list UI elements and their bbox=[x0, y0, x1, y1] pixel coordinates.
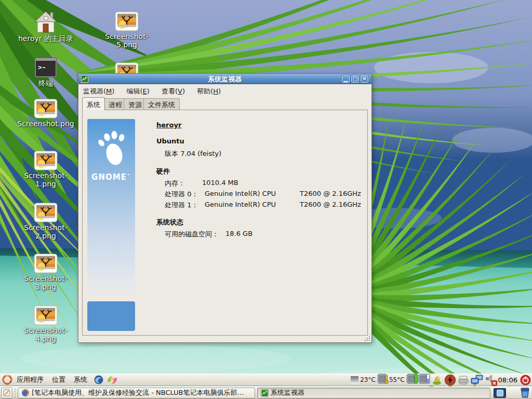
panel-handle[interactable] bbox=[14, 388, 17, 398]
icon-label: Screenshot.png bbox=[17, 119, 74, 128]
image-file-icon bbox=[34, 254, 58, 273]
cpu0-label: 处理器 0： bbox=[165, 190, 198, 199]
statusbar bbox=[78, 335, 371, 342]
hardware-heading: 硬件 bbox=[156, 167, 170, 176]
cpu-usage-icon[interactable] bbox=[406, 374, 417, 386]
web-browser-launcher-icon[interactable] bbox=[94, 375, 104, 385]
image-file-icon bbox=[115, 11, 139, 31]
cpu1-model: T2600 @ 2.16GHz bbox=[300, 201, 361, 208]
desktop-icon-home[interactable]: heroyr 的主目录 bbox=[15, 10, 77, 43]
sidebar-footer-block bbox=[87, 301, 135, 331]
system-tray: 23°C 55°C bbox=[351, 374, 532, 386]
disk-value: 18.6 GB bbox=[225, 230, 252, 237]
tab-filesystems[interactable]: 文件系统 bbox=[143, 98, 180, 110]
frequency-applet-icon[interactable] bbox=[351, 376, 358, 384]
menu-system[interactable]: 系统 bbox=[70, 374, 91, 385]
task-button-firefox[interactable]: [笔记本电脑使用、维护及保修经验交流 - NBCLUB笔记本电脑俱乐部… bbox=[18, 388, 255, 398]
network-icon[interactable] bbox=[471, 374, 484, 385]
menu-monitor[interactable]: 监视器(M) bbox=[78, 85, 119, 98]
icon-label: heroyr 的主目录 bbox=[18, 34, 73, 43]
volume-muted-icon[interactable] bbox=[485, 374, 496, 386]
memory-value: 1010.4 MB bbox=[202, 179, 238, 187]
task-label: 系统监视器 bbox=[271, 388, 304, 397]
tabstrip: 系统 进程 资源 文件系统 bbox=[82, 97, 368, 110]
menubar: 监视器(M) 编辑(E) 查看(V) 帮助(H) bbox=[78, 85, 371, 98]
menu-applications[interactable]: 应用程序 bbox=[12, 374, 48, 385]
release-version: 版本 7.04 (feisty) bbox=[165, 149, 221, 158]
trash-icon[interactable] bbox=[520, 388, 530, 398]
system-monitor-window: 系统监视器 ▁ ▢ ✕ 监视器(M) 编辑(E) 查看(V) 帮助(H) 系统 … bbox=[78, 73, 372, 343]
window-title: 系统监视器 bbox=[78, 75, 371, 84]
taskbar-panel: [笔记本电脑使用、维护及保修经验交流 - NBCLUB笔记本电脑俱乐部… 系统监… bbox=[0, 387, 532, 399]
ubuntu-logo-icon[interactable] bbox=[2, 375, 12, 385]
cpu0-value: Genuine Intel(R) CPU bbox=[205, 190, 276, 197]
icon-label: Screenshot-5.png bbox=[96, 32, 158, 49]
icon-label: Screenshot-3.png bbox=[15, 274, 77, 291]
memory-usage-icon[interactable] bbox=[418, 374, 429, 386]
desktop-icon-screenshot-1[interactable]: Screenshot-1.png bbox=[15, 151, 77, 189]
resize-grip[interactable] bbox=[364, 336, 370, 341]
menu-edit[interactable]: 编辑(E) bbox=[122, 85, 154, 98]
svg-text:>-: >- bbox=[38, 63, 46, 71]
gnome-sidebar: GNOME™ bbox=[87, 119, 135, 296]
menu-places[interactable]: 位置 bbox=[48, 374, 70, 385]
image-file-icon bbox=[34, 203, 58, 222]
menu-help[interactable]: 帮助(H) bbox=[192, 85, 225, 98]
minimize-button[interactable]: ▁ bbox=[342, 75, 350, 83]
cpu1-value: Genuine Intel(R) CPU bbox=[205, 201, 276, 208]
power-manager-icon[interactable] bbox=[444, 374, 456, 386]
gnome-wordmark: GNOME™ bbox=[87, 172, 135, 182]
show-desktop-button[interactable] bbox=[1, 388, 12, 398]
show-desktop-icon bbox=[3, 389, 10, 396]
system-tab-page: GNOME™ heroyr Ubuntu 版本 7.04 (feisty) 硬件… bbox=[82, 110, 368, 336]
desktop: heroyr 的主目录 Screenshot-5.png >- 终端 Scree… bbox=[0, 0, 532, 399]
desktop-icon-screenshot-2[interactable]: Screenshot-2.png bbox=[15, 203, 77, 241]
desktop-icon-screenshot[interactable]: Screenshot.png bbox=[15, 99, 77, 128]
gnome-foot-icon bbox=[87, 123, 135, 175]
desktop-icon-screenshot-3[interactable]: Screenshot-3.png bbox=[15, 254, 77, 291]
printer-icon[interactable] bbox=[458, 375, 469, 385]
quit-button-icon[interactable] bbox=[520, 375, 531, 385]
task-button-system-monitor[interactable]: 系统监视器 bbox=[257, 388, 490, 398]
firefox-icon bbox=[21, 389, 30, 397]
cpu0-model: T2600 @ 2.16GHz bbox=[300, 190, 361, 197]
home-icon bbox=[34, 10, 58, 33]
clock[interactable]: 08:06 bbox=[497, 376, 518, 384]
workspace-switcher[interactable] bbox=[494, 388, 506, 398]
distro-name: Ubuntu bbox=[156, 137, 184, 145]
cpu-temp[interactable]: 55°C bbox=[389, 376, 405, 383]
board-temp[interactable]: 23°C bbox=[360, 376, 376, 383]
hostname: heroyr bbox=[156, 121, 181, 129]
launcher-icon[interactable] bbox=[107, 375, 118, 385]
terminal-icon: >- bbox=[34, 57, 57, 78]
task-label: [笔记本电脑使用、维护及保修经验交流 - NBCLUB笔记本电脑俱乐部… bbox=[32, 388, 244, 397]
icon-label: 终端 bbox=[38, 79, 53, 87]
desktop-icon-screenshot-4[interactable]: Screenshot-4.png bbox=[15, 305, 77, 343]
image-file-icon bbox=[34, 305, 58, 325]
icon-label: Screenshot-1.png bbox=[15, 171, 77, 188]
icon-label: Screenshot-4.png bbox=[15, 326, 77, 343]
titlebar[interactable]: 系统监视器 ▁ ▢ ✕ bbox=[78, 74, 371, 84]
gnome-panel: 应用程序 位置 系统 23°C bbox=[0, 374, 532, 386]
system-status-heading: 系统状态 bbox=[156, 218, 183, 227]
disk-label: 可用的磁盘空间： bbox=[165, 230, 219, 239]
memory-label: 内存： bbox=[165, 179, 185, 188]
desktop-icon-terminal[interactable]: >- 终端 bbox=[15, 57, 77, 88]
notification-icon[interactable] bbox=[432, 375, 443, 385]
active-workspace[interactable] bbox=[497, 390, 503, 396]
cpu1-label: 处理器 1： bbox=[165, 201, 198, 210]
maximize-button[interactable]: ▢ bbox=[351, 75, 359, 83]
desktop-icon-screenshot-5[interactable]: Screenshot-5.png bbox=[96, 11, 158, 49]
image-file-icon bbox=[34, 151, 58, 170]
system-monitor-icon bbox=[261, 389, 269, 397]
menu-view[interactable]: 查看(V) bbox=[157, 85, 190, 98]
cpu-thermometer-icon[interactable] bbox=[377, 374, 388, 386]
tab-system[interactable]: 系统 bbox=[82, 97, 105, 110]
image-file-icon bbox=[34, 99, 58, 118]
icon-label: Screenshot-2.png bbox=[15, 223, 77, 240]
close-button[interactable]: ✕ bbox=[361, 75, 368, 83]
